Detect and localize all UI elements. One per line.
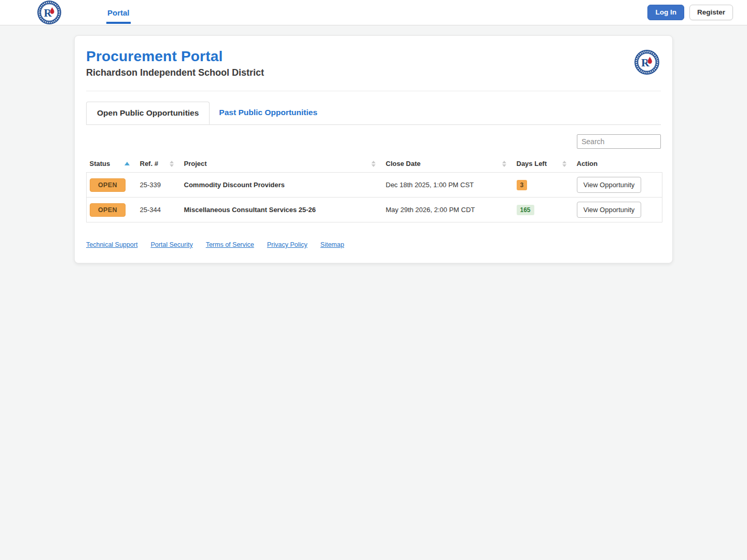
column-label: Close Date: [386, 160, 421, 167]
card-header-text: Procurement Portal Richardson Independen…: [86, 48, 264, 78]
nav-actions: Log In Register: [647, 5, 733, 20]
search-input[interactable]: [577, 134, 661, 149]
column-header-action: Action: [574, 155, 662, 173]
ref-number: 25-339: [137, 173, 181, 198]
sort-both-icon: [562, 161, 566, 167]
days-left-badge: 165: [517, 205, 534, 215]
close-date: Dec 18th 2025, 1:00 PM CST: [383, 173, 514, 198]
column-header-ref[interactable]: Ref. #: [137, 155, 181, 173]
nav-item-portal[interactable]: Portal: [106, 0, 131, 25]
column-header-status[interactable]: Status: [87, 155, 137, 173]
sort-both-icon: [371, 161, 376, 167]
table-header-row: Status Ref. # Project: [87, 155, 662, 173]
link-portal-security[interactable]: Portal Security: [150, 241, 192, 248]
opportunities-table: Status Ref. # Project: [86, 155, 662, 222]
district-seal-logo-icon: R: [634, 49, 660, 75]
table-row: OPEN 25-339 Commodity Discount Providers…: [87, 173, 662, 198]
link-terms-of-service[interactable]: Terms of Service: [206, 241, 254, 248]
sort-ascending-icon: [125, 162, 130, 165]
column-label: Days Left: [517, 160, 547, 167]
card-footer-links: Technical Support Portal Security Terms …: [86, 241, 661, 248]
tab-past-public-opportunities[interactable]: Past Public Opportunities: [210, 102, 326, 124]
sort-both-icon: [502, 161, 506, 167]
district-seal-logo-icon: R: [37, 0, 62, 25]
tab-open-public-opportunities[interactable]: Open Public Opportunities: [86, 102, 210, 124]
page-subtitle: Richardson Independent School District: [86, 67, 264, 78]
header-divider: [86, 91, 661, 91]
column-label: Action: [577, 160, 598, 167]
project-name: Miscellaneous Consultant Services 25-26: [181, 198, 383, 222]
link-privacy-policy[interactable]: Privacy Policy: [267, 241, 308, 248]
days-left-badge: 3: [517, 180, 528, 190]
card-header: Procurement Portal Richardson Independen…: [86, 48, 661, 78]
search-row: [86, 134, 661, 149]
table-row: OPEN 25-344 Miscellaneous Consultant Ser…: [87, 198, 662, 222]
procurement-portal-card: Procurement Portal Richardson Independen…: [74, 35, 673, 263]
close-date: May 29th 2026, 2:00 PM CDT: [383, 198, 514, 222]
nav-links: Portal: [106, 0, 131, 25]
top-navbar: R Portal Log In Register: [0, 0, 747, 25]
view-opportunity-button[interactable]: View Opportunity: [577, 202, 642, 218]
column-header-days-left[interactable]: Days Left: [514, 155, 574, 173]
column-label: Ref. #: [140, 160, 158, 167]
login-button[interactable]: Log In: [647, 5, 684, 20]
column-header-close-date[interactable]: Close Date: [383, 155, 514, 173]
register-button[interactable]: Register: [689, 5, 733, 20]
link-technical-support[interactable]: Technical Support: [86, 241, 137, 248]
page-title: Procurement Portal: [86, 48, 264, 65]
column-label: Project: [184, 160, 207, 167]
opportunity-tabs: Open Public Opportunities Past Public Op…: [86, 102, 661, 125]
ref-number: 25-344: [137, 198, 181, 222]
link-sitemap[interactable]: Sitemap: [321, 241, 344, 248]
column-label: Status: [90, 160, 110, 167]
project-name: Commodity Discount Providers: [181, 173, 383, 198]
status-badge: OPEN: [90, 203, 126, 217]
status-badge: OPEN: [90, 178, 126, 192]
sort-both-icon: [170, 161, 174, 167]
view-opportunity-button[interactable]: View Opportunity: [577, 177, 642, 193]
column-header-project[interactable]: Project: [181, 155, 383, 173]
